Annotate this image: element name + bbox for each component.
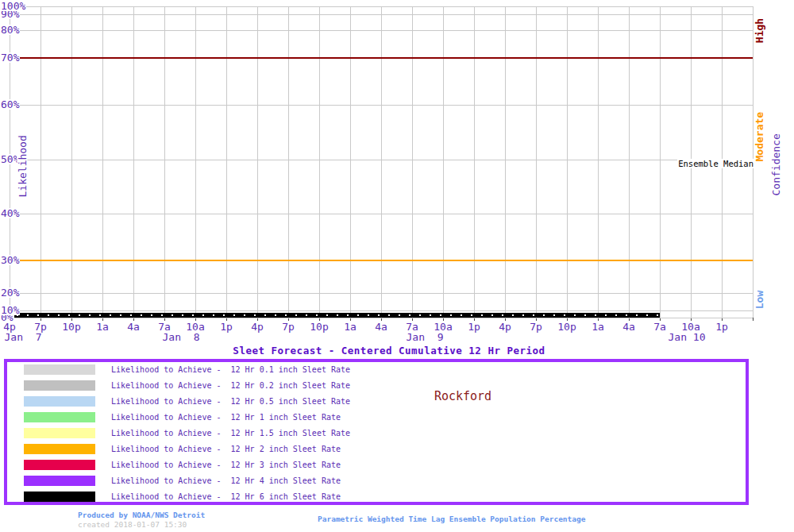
gridline-vertical	[257, 6, 258, 318]
x-tick-label: 1a	[580, 322, 615, 332]
gridline-horizontal	[10, 310, 753, 311]
x-tick-label: 4a	[611, 322, 646, 332]
gridline-vertical	[505, 6, 506, 318]
y-axis-title: Likelihood	[17, 136, 28, 198]
x-axis-tick	[753, 318, 754, 321]
gridline-vertical	[474, 6, 475, 318]
moderate-confidence-threshold-line	[10, 260, 753, 261]
footer-produced-by: Produced by NOAA/NWS Detroit	[78, 511, 205, 519]
chart-title: Sleet Forecast - Centered Cumulative 12 …	[0, 345, 778, 357]
footer-method: Parametric Weighted Time Lag Ensemble Po…	[318, 515, 585, 523]
sleet-forecast-chart: 0%10%20%30%40%50%60%70%80%90%100%4p7p10p…	[0, 0, 794, 532]
x-tick-label: 1p	[209, 322, 244, 332]
x-tick-label: 10p	[54, 322, 89, 332]
x-tick-label: 1p	[704, 322, 739, 332]
gridline-vertical	[660, 6, 661, 318]
legend-swatch	[24, 444, 95, 454]
ensemble-data-line	[8, 313, 660, 318]
y-tick-label: 80%	[0, 25, 20, 35]
gridline-vertical	[412, 6, 413, 318]
gridline-horizontal	[10, 214, 753, 214]
gridline-vertical	[350, 6, 351, 318]
y-tick-label: 30%	[0, 255, 20, 265]
gridline-horizontal	[10, 6, 753, 7]
legend-swatch	[24, 460, 95, 470]
legend-label: Likelihood to Achieve - 12 Hr 0.1 inch S…	[111, 364, 350, 375]
gridline-vertical	[598, 6, 599, 318]
x-date-label: Jan 10	[651, 332, 723, 342]
gridline-vertical	[102, 6, 103, 318]
legend-label: Likelihood to Achieve - 12 Hr 4 inch Sle…	[111, 476, 341, 486]
x-date-label: Jan 8	[145, 332, 217, 342]
gridline-horizontal	[10, 30, 753, 31]
gridline-vertical	[381, 6, 382, 318]
confidence-low-label: Low	[754, 291, 765, 310]
y-tick-label: 60%	[0, 99, 20, 110]
x-tick-label: 4a	[116, 322, 151, 332]
confidence-moderate-label: Moderate	[754, 113, 765, 162]
legend-label: Likelihood to Achieve - 12 Hr 2 inch Sle…	[111, 444, 341, 454]
gridline-vertical	[567, 6, 568, 318]
x-date-label: Jan 7	[0, 332, 59, 342]
legend-label: Likelihood to Achieve - 12 Hr 3 inch Sle…	[111, 460, 341, 470]
gridline-vertical	[71, 6, 72, 318]
x-tick-label: 4a	[364, 322, 399, 332]
gridline-vertical	[133, 6, 134, 318]
legend-label: Likelihood to Achieve - 12 Hr 0.5 inch S…	[111, 396, 350, 407]
y-tick-label: 40%	[0, 208, 20, 218]
legend-label: Likelihood to Achieve - 12 Hr 6 inch Sle…	[111, 492, 341, 502]
gridline-horizontal	[10, 14, 753, 15]
x-tick-label: 7p	[518, 322, 553, 332]
x-tick-label: 4p	[240, 322, 275, 332]
legend-label: Likelihood to Achieve - 12 Hr 0.2 inch S…	[111, 380, 350, 391]
footer-created-timestamp: created 2018-01-07 15:30	[78, 520, 187, 529]
x-tick-label: 1a	[85, 322, 120, 332]
x-tick-label: 1p	[457, 322, 491, 332]
y-tick-label: 100%	[0, 1, 26, 11]
ensemble-median-label: Ensemble Median	[677, 159, 754, 168]
gridline-vertical	[40, 6, 41, 318]
gridline-horizontal	[10, 160, 753, 160]
x-date-label: Jan 9	[389, 332, 461, 342]
legend-label: Likelihood to Achieve - 12 Hr 1.5 inch S…	[111, 428, 350, 438]
confidence-axis-title: Confidence	[771, 134, 781, 196]
gridline-vertical	[536, 6, 537, 318]
legend-swatch	[24, 364, 95, 375]
legend-swatch	[24, 428, 95, 438]
confidence-high-label: High	[754, 18, 765, 44]
x-tick-label: 1a	[333, 322, 368, 332]
legend-box: Likelihood to Achieve - 12 Hr 0.1 inch S…	[4, 359, 749, 505]
x-tick-label: 7p	[271, 322, 306, 332]
gridline-vertical	[226, 6, 227, 318]
high-confidence-threshold-line	[10, 57, 753, 59]
gridline-vertical	[288, 6, 289, 318]
legend-label: Likelihood to Achieve - 12 Hr 1 inch Sle…	[111, 412, 341, 422]
x-tick-label: 4p	[488, 322, 522, 332]
legend-swatch	[24, 492, 95, 502]
gridline-horizontal	[10, 318, 753, 318]
gridline-vertical	[319, 6, 320, 318]
gridline-horizontal	[10, 105, 753, 106]
y-tick-label: 20%	[0, 287, 20, 298]
legend-swatch	[24, 380, 95, 391]
site-label: Rockford	[395, 389, 530, 403]
x-tick-label: 10p	[302, 322, 337, 332]
hourly-point-markers	[8, 314, 660, 316]
gridline-vertical	[443, 6, 444, 318]
gridline-horizontal	[10, 293, 753, 294]
legend-swatch	[24, 476, 95, 486]
x-tick-label: 10p	[549, 322, 584, 332]
gridline-vertical	[164, 6, 165, 318]
y-tick-label: 70%	[0, 52, 20, 63]
y-tick-label: 10%	[0, 305, 20, 315]
legend-swatch	[24, 396, 95, 407]
gridline-vertical	[195, 6, 196, 318]
legend-swatch	[24, 412, 95, 422]
gridline-vertical	[629, 6, 630, 318]
